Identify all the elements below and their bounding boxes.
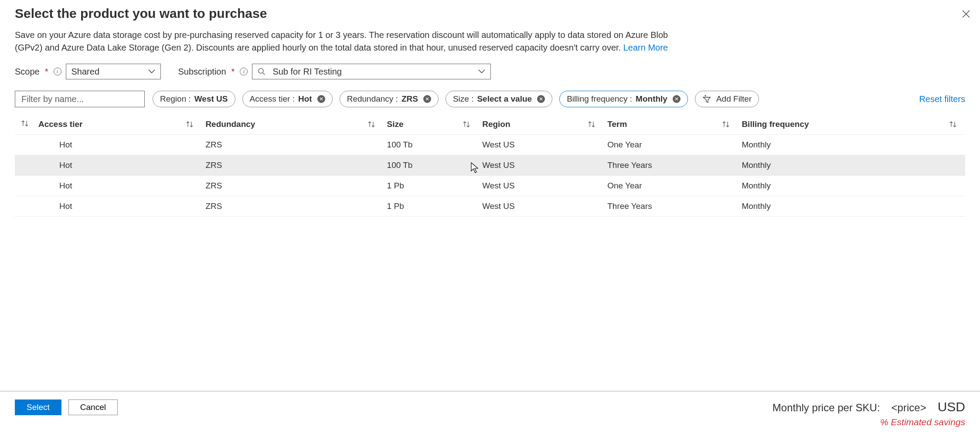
add-filter-button[interactable]: Add Filter xyxy=(695,91,759,107)
learn-more-link[interactable]: Learn More xyxy=(623,43,668,52)
col-size[interactable]: Size xyxy=(384,115,479,135)
chevron-down-icon xyxy=(478,69,485,74)
sort-icon[interactable] xyxy=(721,121,730,128)
filter-label: Access tier : xyxy=(250,94,295,104)
clear-filter-icon[interactable]: ✕ xyxy=(317,95,325,103)
cell-redundancy: ZRS xyxy=(202,135,383,155)
col-access-tier[interactable]: Access tier xyxy=(35,115,202,135)
sort-icon[interactable] xyxy=(367,121,376,128)
cell-billing-frequency: Monthly xyxy=(738,176,965,196)
cell-billing-frequency: Monthly xyxy=(738,155,965,176)
cell-region: West US xyxy=(479,135,604,155)
subscription-label: Subscription xyxy=(178,67,226,77)
cell-term: Three Years xyxy=(604,155,738,176)
filter-value: Select a value xyxy=(477,94,532,104)
reset-filters-link[interactable]: Reset filters xyxy=(919,94,965,104)
page-title: Select the product you want to purchase xyxy=(15,6,965,21)
select-button[interactable]: Select xyxy=(15,399,61,415)
scope-label: Scope xyxy=(15,67,40,77)
cell-term: One Year xyxy=(604,135,738,155)
col-label: Region xyxy=(482,119,510,129)
info-icon[interactable]: i xyxy=(240,68,248,75)
filter-pill-region[interactable]: Region : West US xyxy=(153,91,235,107)
filter-value: ZRS xyxy=(402,94,418,104)
table-row[interactable]: HotZRS1 PbWest USOne YearMonthly xyxy=(15,176,965,196)
cell-access-tier: Hot xyxy=(35,155,202,176)
col-label: Size xyxy=(387,119,404,129)
col-region[interactable]: Region xyxy=(479,115,604,135)
filter-pill-billing-frequency[interactable]: Billing frequency : Monthly ✕ xyxy=(559,91,688,107)
price-currency: USD xyxy=(938,399,965,414)
sort-icon[interactable] xyxy=(185,121,194,128)
info-icon[interactable]: i xyxy=(54,68,61,75)
col-term[interactable]: Term xyxy=(604,115,738,135)
required-marker: * xyxy=(45,67,48,77)
filter-label: Region : xyxy=(160,94,191,104)
filter-label: Billing frequency : xyxy=(567,94,632,104)
cell-redundancy: ZRS xyxy=(202,176,383,196)
filter-value: West US xyxy=(194,94,228,104)
filter-pill-redundancy[interactable]: Redundancy : ZRS ✕ xyxy=(340,91,439,107)
cell-region: West US xyxy=(479,155,604,176)
products-table: Access tier Redundancy Size Region Term … xyxy=(15,115,965,217)
estimated-savings: % Estimated savings xyxy=(772,417,965,427)
price-value: <price> xyxy=(892,402,926,414)
filter-value: Hot xyxy=(298,94,312,104)
filter-pill-access-tier[interactable]: Access tier : Hot ✕ xyxy=(242,91,333,107)
cell-access-tier: Hot xyxy=(35,135,202,155)
description: Save on your Azure data storage cost by … xyxy=(15,29,677,54)
filter-placeholder: Filter by name... xyxy=(21,94,84,104)
sort-icon[interactable] xyxy=(462,121,471,128)
col-redundancy[interactable]: Redundancy xyxy=(202,115,383,135)
filter-by-name-input[interactable]: Filter by name... xyxy=(15,91,145,107)
cell-access-tier: Hot xyxy=(35,196,202,217)
cell-size: 100 Tb xyxy=(384,155,479,176)
filter-label: Redundancy : xyxy=(347,94,398,104)
add-filter-icon xyxy=(702,95,711,103)
cell-redundancy: ZRS xyxy=(202,196,383,217)
description-text: Save on your Azure data storage cost by … xyxy=(15,30,668,52)
chevron-down-icon xyxy=(148,69,155,74)
scope-dropdown[interactable]: Shared xyxy=(66,64,161,79)
cell-size: 100 Tb xyxy=(384,135,479,155)
cell-size: 1 Pb xyxy=(384,196,479,217)
col-billing-frequency[interactable]: Billing frequency xyxy=(738,115,965,135)
table-row[interactable]: HotZRS1 PbWest USThree YearsMonthly xyxy=(15,196,965,217)
sort-icon[interactable] xyxy=(949,121,957,128)
search-icon xyxy=(258,68,265,75)
col-label: Billing frequency xyxy=(742,119,809,129)
sort-icon[interactable] xyxy=(20,120,29,127)
table-row[interactable]: HotZRS100 TbWest USOne YearMonthly xyxy=(15,135,965,155)
add-filter-label: Add Filter xyxy=(716,94,752,104)
close-button[interactable] xyxy=(960,8,972,20)
cell-region: West US xyxy=(479,196,604,217)
clear-filter-icon[interactable]: ✕ xyxy=(423,95,431,103)
col-label: Term xyxy=(607,119,627,129)
filter-label: Size : xyxy=(453,94,474,104)
clear-filter-icon[interactable]: ✕ xyxy=(673,95,681,103)
svg-point-0 xyxy=(259,68,263,73)
scope-value: Shared xyxy=(71,67,100,77)
cell-billing-frequency: Monthly xyxy=(738,135,965,155)
cell-term: One Year xyxy=(604,176,738,196)
subscription-dropdown[interactable]: Sub for RI Testing xyxy=(252,64,491,79)
clear-filter-icon[interactable]: ✕ xyxy=(537,95,545,103)
col-label: Redundancy xyxy=(205,119,255,129)
table-row[interactable]: HotZRS100 TbWest USThree YearsMonthly xyxy=(15,155,965,176)
filter-value: Monthly xyxy=(636,94,667,104)
col-label: Access tier xyxy=(38,119,82,129)
cell-redundancy: ZRS xyxy=(202,155,383,176)
cell-billing-frequency: Monthly xyxy=(738,196,965,217)
subscription-value: Sub for RI Testing xyxy=(272,67,473,77)
sort-icon[interactable] xyxy=(587,121,596,128)
cell-term: Three Years xyxy=(604,196,738,217)
cell-access-tier: Hot xyxy=(35,176,202,196)
filter-pill-size[interactable]: Size : Select a value ✕ xyxy=(446,91,552,107)
price-label: Monthly price per SKU: xyxy=(772,402,880,414)
cell-region: West US xyxy=(479,176,604,196)
close-icon xyxy=(962,10,970,18)
cancel-button[interactable]: Cancel xyxy=(68,399,118,415)
cell-size: 1 Pb xyxy=(384,176,479,196)
required-marker: * xyxy=(231,67,235,77)
